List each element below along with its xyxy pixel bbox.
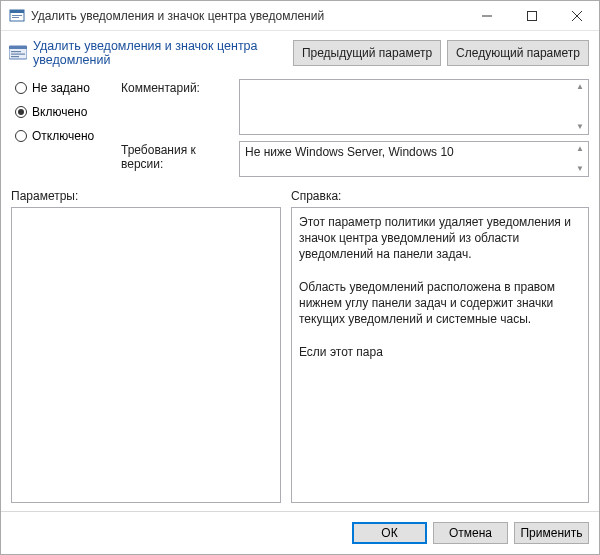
version-textbox: Не ниже Windows Server, Windows 10 ▲ ▼ bbox=[239, 141, 589, 177]
close-button[interactable] bbox=[554, 1, 599, 30]
dialog-window: Удалить уведомления и значок центра увед… bbox=[0, 0, 600, 555]
radio-label: Не задано bbox=[32, 81, 90, 95]
parameters-panel[interactable] bbox=[11, 207, 281, 503]
svg-rect-3 bbox=[12, 17, 19, 18]
radio-not-configured[interactable]: Не задано bbox=[15, 81, 111, 95]
maximize-button[interactable] bbox=[509, 1, 554, 30]
scroll-down-icon[interactable]: ▼ bbox=[574, 164, 586, 174]
svg-rect-9 bbox=[9, 46, 27, 49]
radio-disabled[interactable]: Отключено bbox=[15, 129, 111, 143]
svg-rect-12 bbox=[11, 56, 19, 57]
scroll-down-icon[interactable]: ▼ bbox=[574, 122, 586, 132]
help-panel[interactable]: Этот параметр политики удаляет уведомлен… bbox=[291, 207, 589, 503]
ok-button[interactable]: ОК bbox=[352, 522, 427, 544]
radio-icon bbox=[15, 130, 27, 142]
svg-rect-5 bbox=[527, 11, 536, 20]
header-row: Удалить уведомления и значок центра увед… bbox=[1, 31, 599, 75]
config-block: Не задано Включено Отключено Комментарий… bbox=[1, 75, 599, 185]
state-radio-group: Не задано Включено Отключено bbox=[15, 79, 111, 177]
panels: Этот параметр политики удаляет уведомлен… bbox=[1, 207, 599, 511]
version-row: Требования к версии: Не ниже Windows Ser… bbox=[121, 141, 589, 177]
version-label: Требования к версии: bbox=[121, 141, 231, 177]
next-setting-button[interactable]: Следующий параметр bbox=[447, 40, 589, 66]
help-label: Справка: bbox=[291, 189, 589, 203]
comment-label: Комментарий: bbox=[121, 79, 231, 135]
parameters-label: Параметры: bbox=[11, 189, 291, 203]
mid-labels: Параметры: Справка: bbox=[1, 185, 599, 207]
cancel-button[interactable]: Отмена bbox=[433, 522, 508, 544]
previous-setting-button[interactable]: Предыдущий параметр bbox=[293, 40, 441, 66]
radio-label: Включено bbox=[32, 105, 87, 119]
comment-row: Комментарий: ▲ ▼ bbox=[121, 79, 589, 135]
radio-icon bbox=[15, 106, 27, 118]
svg-rect-2 bbox=[12, 15, 22, 16]
minimize-button[interactable] bbox=[464, 1, 509, 30]
fields-column: Комментарий: ▲ ▼ Требования к версии: Не… bbox=[121, 79, 589, 177]
svg-rect-10 bbox=[11, 51, 21, 52]
radio-label: Отключено bbox=[32, 129, 94, 143]
scroll-up-icon[interactable]: ▲ bbox=[574, 82, 586, 92]
app-icon bbox=[9, 8, 25, 24]
svg-rect-1 bbox=[10, 10, 24, 13]
titlebar: Удалить уведомления и значок центра увед… bbox=[1, 1, 599, 31]
window-controls bbox=[464, 1, 599, 30]
svg-rect-11 bbox=[11, 54, 25, 55]
version-text: Не ниже Windows Server, Windows 10 bbox=[245, 145, 454, 159]
scroll-up-icon[interactable]: ▲ bbox=[574, 144, 586, 154]
policy-title: Удалить уведомления и значок центра увед… bbox=[33, 39, 287, 67]
apply-button[interactable]: Применить bbox=[514, 522, 589, 544]
policy-icon bbox=[9, 45, 27, 61]
radio-enabled[interactable]: Включено bbox=[15, 105, 111, 119]
window-title: Удалить уведомления и значок центра увед… bbox=[31, 9, 464, 23]
footer: ОК Отмена Применить bbox=[1, 511, 599, 554]
comment-textarea[interactable]: ▲ ▼ bbox=[239, 79, 589, 135]
radio-icon bbox=[15, 82, 27, 94]
